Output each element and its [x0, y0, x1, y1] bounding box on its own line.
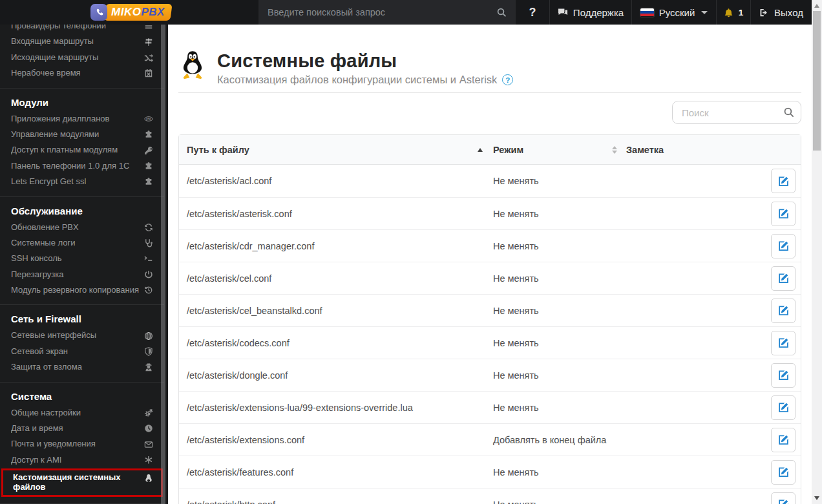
edit-file-button[interactable]	[771, 234, 796, 258]
sidebar-item[interactable]: Приложения диалплановphp	[0, 111, 164, 127]
sign-out-icon	[759, 8, 769, 17]
sidebar-item[interactable]: Доступ к AMI	[0, 452, 164, 468]
sidebar-item[interactable]: Системные логи	[0, 235, 164, 251]
sidebar-section-header: Модули	[0, 94, 164, 111]
map-signs-icon	[144, 37, 153, 47]
file-path-cell: /etc/asterisk/dongle.conf	[179, 370, 493, 381]
mode-cell: Не менять	[493, 306, 626, 316]
user-secret-icon	[144, 362, 153, 372]
sidebar-section: Провайдеры телефонииВходящие маршрутыИсх…	[0, 18, 164, 81]
scroll-down-icon[interactable]	[814, 496, 819, 500]
brand-miko: MIKO	[111, 6, 141, 18]
mode-cell: Не менять	[493, 273, 626, 284]
global-search-input[interactable]	[268, 7, 496, 17]
sidebar-item-label: Модуль резервного копирования	[11, 282, 139, 298]
edit-file-button[interactable]	[771, 363, 796, 388]
logout-button[interactable]: Выход	[750, 0, 812, 25]
sidebar-section-header: Сеть и Firewall	[0, 311, 164, 328]
sidebar-item-label: Обновление PBX	[11, 220, 139, 235]
key-icon	[144, 146, 153, 155]
edit-file-button[interactable]	[771, 299, 796, 323]
sidebar-item[interactable]: Управление модулями	[0, 127, 164, 142]
brand-badge: MIKOPBX	[103, 4, 172, 21]
table-row: /etc/asterisk/extensions-lua/99-extensio…	[179, 391, 801, 423]
sidebar-item[interactable]: Почта и уведомления	[0, 436, 164, 452]
cogs-icon	[144, 408, 153, 417]
power-icon	[144, 270, 153, 279]
column-label: Режим	[493, 145, 523, 155]
sidebar-item-label: Почта и уведомления	[11, 436, 139, 452]
support-button[interactable]: Поддержка	[549, 0, 631, 25]
sidebar-item[interactable]: Кастомизация системных файлов	[1, 468, 163, 497]
edit-file-button[interactable]	[771, 460, 796, 485]
sidebar-item-label: Сетевой экран	[11, 344, 139, 359]
mode-cell: Не менять	[493, 338, 626, 348]
sidebar-item[interactable]: Доступ к платным модулям	[0, 142, 164, 158]
sidebar-item[interactable]: Lets Encrypt Get ssl	[0, 174, 164, 189]
sidebar-item-label: Защита от взлома	[11, 359, 139, 375]
sidebar-item[interactable]: Дата и время	[0, 421, 164, 436]
edit-file-button[interactable]	[771, 492, 796, 504]
file-path-cell: /etc/asterisk/acl.conf	[179, 176, 493, 186]
sidebar-item[interactable]: Сетевой экран	[0, 344, 164, 359]
scrollbar-thumb[interactable]	[813, 11, 821, 151]
scroll-up-icon[interactable]	[814, 4, 819, 8]
language-label: Русский	[659, 7, 695, 18]
sidebar-item[interactable]: Модуль резервного копирования	[0, 282, 164, 298]
sidebar-item-label: Lets Encrypt Get ssl	[11, 174, 139, 189]
brand-pbx: PBX	[141, 6, 164, 18]
sidebar-item-label: Дата и время	[11, 421, 139, 436]
puzzle-icon	[144, 130, 153, 139]
edit-file-button[interactable]	[771, 428, 796, 452]
sidebar-section: ОбслуживаниеОбновление PBXСистемные логи…	[0, 196, 164, 299]
sidebar-item[interactable]: Общие настройки	[0, 405, 164, 421]
sidebar-section: СистемаОбщие настройкиДата и времяПочта …	[0, 382, 164, 498]
sidebar-item[interactable]: Обновление PBX	[0, 220, 164, 235]
sidebar-section: МодулиПриложения диалплановphpУправление…	[0, 88, 164, 190]
sidebar-section-header: Обслуживание	[0, 203, 164, 220]
language-selector[interactable]: Русский	[631, 0, 716, 25]
help-circle-icon[interactable]: ?	[502, 74, 513, 85]
sidebar-item-label: Доступ к AMI	[11, 452, 139, 468]
sidebar-item[interactable]: Перезагрузка	[0, 267, 164, 282]
edit-file-button[interactable]	[771, 331, 796, 355]
sidebar-item[interactable]: Нерабочее время	[0, 65, 164, 81]
edit-file-button[interactable]	[771, 202, 796, 226]
support-label: Поддержка	[573, 7, 624, 18]
search-icon[interactable]	[496, 7, 507, 17]
edit-file-button[interactable]	[771, 395, 796, 420]
sidebar-item[interactable]: Сетевые интерфейсы	[0, 328, 164, 343]
sidebar-item-label: Системные логи	[11, 235, 139, 251]
sidebar-item[interactable]: Исходящие маршруты	[0, 50, 164, 65]
notification-count-badge: 1	[739, 8, 744, 17]
column-header-path[interactable]: Путь к файлу	[179, 145, 493, 155]
column-header-note[interactable]: Заметка	[626, 145, 766, 155]
sidebar-section: Сеть и FirewallСетевые интерфейсыСетевой…	[0, 304, 164, 375]
help-button[interactable]: ?	[516, 0, 549, 25]
table-row: /etc/asterisk/codecs.confНе менять	[179, 326, 801, 359]
column-label: Заметка	[626, 145, 664, 155]
sidebar-item[interactable]: Защита от взлома	[0, 359, 164, 375]
edit-file-button[interactable]	[771, 169, 796, 193]
window-scrollbar[interactable]	[812, 0, 822, 504]
notifications-button[interactable]: 1	[716, 0, 750, 25]
shield-icon	[144, 347, 153, 356]
sidebar-item[interactable]: Входящие маршруты	[0, 34, 164, 49]
mode-cell: Не менять	[493, 403, 626, 413]
sidebar-item-label: Панель телефонии 1.0 для 1С	[11, 158, 139, 174]
file-path-cell: /etc/asterisk/extensions.conf	[179, 435, 493, 445]
app-logo[interactable]: MIKOPBX	[0, 0, 168, 25]
puzzle-icon	[144, 162, 153, 171]
php-icon: php	[144, 114, 153, 123]
table-search-input[interactable]	[672, 101, 801, 124]
sidebar-scrollbar[interactable]	[161, 25, 165, 504]
calendar-times-icon	[144, 68, 153, 78]
bell-icon	[724, 8, 733, 17]
sidebar-item[interactable]: Панель телефонии 1.0 для 1С	[0, 158, 164, 174]
sidebar-item[interactable]: SSH консоль	[0, 251, 164, 266]
mode-cell: Не менять	[493, 209, 626, 219]
column-header-mode[interactable]: Режим	[493, 145, 626, 155]
global-search	[258, 0, 516, 25]
file-path-cell: /etc/asterisk/asterisk.conf	[179, 209, 493, 219]
edit-file-button[interactable]	[771, 266, 796, 291]
